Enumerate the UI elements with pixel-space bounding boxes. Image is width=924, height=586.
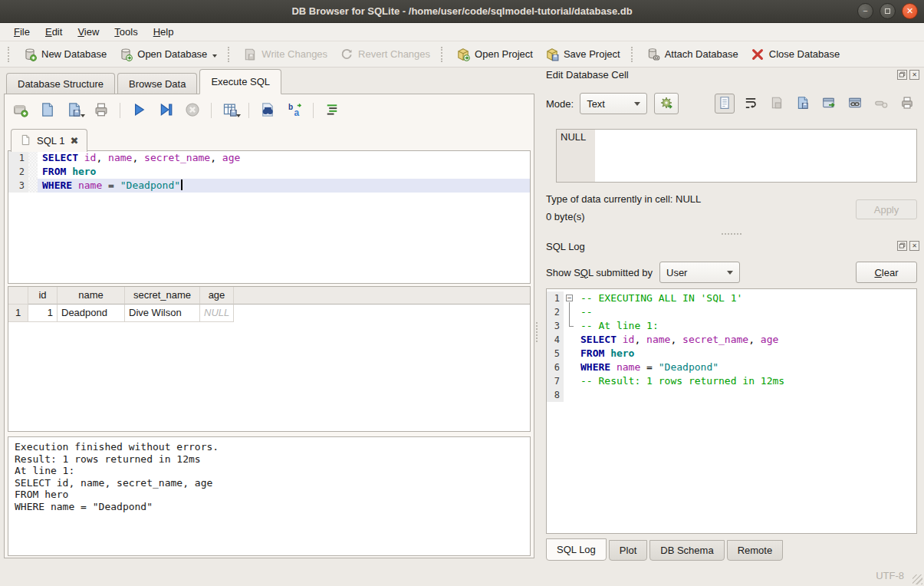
open-database-button[interactable]: Open Database xyxy=(113,44,223,64)
tab-sql-log[interactable]: SQL Log xyxy=(546,538,607,561)
cell-editor[interactable]: NULL xyxy=(556,129,917,183)
stop-button[interactable] xyxy=(182,100,202,120)
open-file-in-cell-button[interactable] xyxy=(767,94,787,114)
save-project-button[interactable]: Save Project xyxy=(539,44,626,64)
write-changes-button[interactable]: Write Changes xyxy=(237,44,334,64)
edit-cell-dock-buttons: ✕ xyxy=(897,70,919,80)
splitter-handle[interactable] xyxy=(536,322,538,342)
sql-editor-tab[interactable]: SQL 1 ✖ xyxy=(11,129,87,152)
execute-sql-pane: ba SQL 1 ✖ 1SELECT id, name, secret_name… xyxy=(4,94,534,558)
save-cell-button[interactable] xyxy=(793,94,813,114)
table-cell[interactable]: NULL xyxy=(200,305,234,322)
execute-icon xyxy=(131,102,146,120)
column-header-secret-name[interactable]: secret_name xyxy=(125,287,200,305)
resize-grip[interactable] xyxy=(912,574,922,584)
export-cell-button[interactable] xyxy=(819,94,839,114)
fold-margin[interactable] xyxy=(564,305,576,319)
mode-select[interactable]: Text xyxy=(580,93,647,114)
toolbar-drag-handle[interactable] xyxy=(441,47,446,62)
filter-select[interactable]: User xyxy=(659,262,740,283)
execute-line-icon xyxy=(158,102,173,120)
main-toolbar: New Database Open Database Write Changes… xyxy=(0,41,924,67)
results-corner-cell[interactable] xyxy=(8,287,28,305)
svg-text:b: b xyxy=(288,103,293,111)
menu-tools[interactable]: Tools xyxy=(107,24,145,40)
line-number: 3 xyxy=(547,319,564,333)
set-null-button[interactable] xyxy=(871,94,891,114)
status-message-line: SELECT id, name, secret_name, age xyxy=(15,477,524,489)
execute-line-button[interactable] xyxy=(156,100,176,120)
tab-plot[interactable]: Plot xyxy=(609,540,647,561)
close-tab-icon[interactable]: ✖ xyxy=(70,135,78,146)
text-mode-button[interactable] xyxy=(715,94,735,114)
menu-edit[interactable]: Edit xyxy=(38,24,70,40)
table-row[interactable]: 11DeadpondDive WilsonNULL xyxy=(8,305,530,322)
sql-log-filter-row: Show SQL submitted by User Clear xyxy=(546,261,917,284)
format-button[interactable] xyxy=(322,100,342,120)
table-cell[interactable]: 1 xyxy=(28,305,58,322)
database-new-icon xyxy=(23,48,37,61)
print-button[interactable] xyxy=(91,100,111,120)
column-header-id[interactable]: id xyxy=(28,287,58,305)
sql-editor[interactable]: 1SELECT id, name, secret_name, age2FROM … xyxy=(8,150,531,284)
close-dock-button[interactable]: ✕ xyxy=(909,70,919,80)
print-cell-button[interactable] xyxy=(897,94,917,114)
new-tab-button[interactable] xyxy=(11,100,31,120)
table-cell[interactable]: Dive Wilson xyxy=(125,305,200,322)
save-sql-dropdown-arrow[interactable] xyxy=(81,114,85,120)
save-results-dropdown-arrow[interactable] xyxy=(236,114,241,120)
maximize-button[interactable] xyxy=(880,3,896,19)
close-database-button[interactable]: Close Database xyxy=(745,44,847,64)
tab-database-structure[interactable]: Database Structure xyxy=(6,73,115,94)
table-cell[interactable]: Deadpond xyxy=(58,305,125,322)
cell-edit-area[interactable] xyxy=(595,130,916,182)
row-header[interactable]: 1 xyxy=(8,305,28,322)
execution-status-output[interactable]: Execution finished without errors.Result… xyxy=(8,436,531,556)
menu-file[interactable]: File xyxy=(6,24,38,40)
tab-execute-sql[interactable]: Execute SQL xyxy=(199,69,281,94)
fold-margin[interactable]: − xyxy=(564,291,576,305)
new-database-button[interactable]: New Database xyxy=(17,44,113,64)
attach-database-button[interactable]: Attach Database xyxy=(640,44,745,64)
column-header-age[interactable]: age xyxy=(200,287,234,305)
float-dock-button[interactable] xyxy=(897,241,907,251)
menu-help[interactable]: Help xyxy=(146,24,182,40)
database-close-icon xyxy=(751,48,765,61)
toolbar-drag-handle[interactable] xyxy=(631,47,636,62)
tab-browse-data[interactable]: Browse Data xyxy=(117,73,197,94)
line-number: 1 xyxy=(547,291,564,305)
word-wrap-button[interactable] xyxy=(741,94,761,114)
menu-view[interactable]: View xyxy=(70,24,107,40)
open-sql-file-button[interactable] xyxy=(38,100,58,120)
link-cell-button[interactable] xyxy=(845,94,865,114)
line-number: 4 xyxy=(547,333,564,347)
status-message-line: FROM hero xyxy=(15,489,524,501)
save-sql-file-button[interactable] xyxy=(64,100,84,120)
sql-toolbar: ba xyxy=(11,99,528,122)
fold-collapse-icon[interactable]: − xyxy=(566,295,573,301)
open-database-dropdown-arrow[interactable] xyxy=(212,54,217,60)
replace-button[interactable]: ba xyxy=(284,100,304,120)
close-button[interactable]: ✕ xyxy=(902,3,918,19)
attach-database-label: Attach Database xyxy=(665,48,738,60)
float-dock-button[interactable] xyxy=(897,70,907,80)
import-settings-button[interactable] xyxy=(654,93,679,114)
tab-db-schema[interactable]: DB Schema xyxy=(649,540,724,561)
minimize-button[interactable]: − xyxy=(857,3,873,19)
execute-all-button[interactable] xyxy=(129,100,149,120)
fold-margin[interactable] xyxy=(564,319,576,333)
save-results-button[interactable] xyxy=(220,100,240,120)
clear-log-button[interactable]: Clear xyxy=(856,262,917,283)
close-dock-button[interactable]: ✕ xyxy=(909,241,919,251)
find-button[interactable] xyxy=(258,100,278,120)
open-project-button[interactable]: Open Project xyxy=(450,44,539,64)
apply-button[interactable]: Apply xyxy=(856,199,917,219)
revert-changes-button[interactable]: Revert Changes xyxy=(334,44,436,64)
results-table[interactable]: idnamesecret_nameage11DeadpondDive Wilso… xyxy=(8,286,531,432)
column-header-name[interactable]: name xyxy=(58,287,125,305)
tab-remote[interactable]: Remote xyxy=(727,540,784,561)
toolbar-drag-handle[interactable] xyxy=(8,47,12,62)
splitter-handle[interactable] xyxy=(722,233,742,235)
sql-file-icon xyxy=(20,134,31,148)
sql-log-view[interactable]: 1−-- EXECUTING ALL IN 'SQL 1'2--3-- At l… xyxy=(546,288,917,534)
